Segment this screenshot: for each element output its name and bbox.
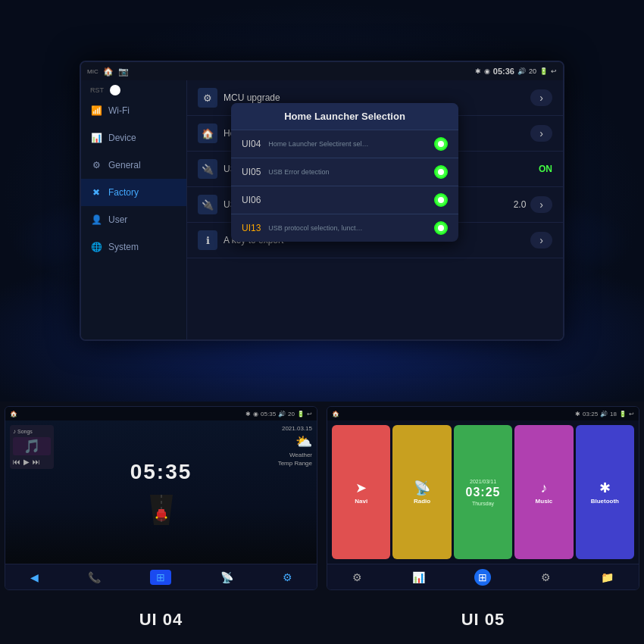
ui05-item-left: UI05 USB Error detection bbox=[242, 167, 329, 177]
bottom-section: 🏠 ✱ ◉ 05:35 🔊 20 🔋 ↩ bbox=[0, 402, 644, 644]
sidebar-item-user[interactable]: 👤 User bbox=[81, 206, 186, 233]
ui05-subtext: USB Error detection bbox=[268, 168, 329, 176]
ui04-nav: ◀ 📞 ⊞ 📡 ⚙ bbox=[5, 564, 317, 589]
proto-right: 2.0 › bbox=[514, 196, 552, 213]
clock-date: 2021/03/11 bbox=[470, 479, 496, 484]
dropdown-item-ui04[interactable]: UI04 Home Launcher Selectirent sel… bbox=[231, 130, 458, 158]
ui05-time: 03:25 bbox=[583, 411, 598, 417]
tile-bluetooth[interactable]: ✱ Bluetooth bbox=[576, 425, 634, 559]
ui05-nav-gear[interactable]: ⚙ bbox=[541, 571, 551, 583]
status-left: MIC 🏠 📷 bbox=[87, 67, 129, 77]
top-section: MIC 🏠 📷 ✱ ◉ 05:36 🔊 20 🔋 ↩ RST bbox=[0, 0, 644, 402]
main-panel: ⚙ MCU upgrade › 🏠 Home Launcher Select… … bbox=[187, 80, 563, 339]
music-controls: ⏮ ▶ ⏭ bbox=[13, 458, 51, 466]
dropdown-item-ui05[interactable]: UI05 USB Error detection bbox=[231, 158, 458, 186]
ui04-battery: 20 bbox=[288, 411, 295, 417]
nav-signal-icon[interactable]: 📡 bbox=[220, 571, 233, 583]
ui05-nav-home[interactable]: ⊞ bbox=[474, 569, 491, 586]
status-time: 05:36 bbox=[493, 67, 514, 76]
music-title-row: ♪ Songs bbox=[13, 428, 51, 435]
ui04-status-right: ✱ ◉ 05:35 🔊 20 🔋 ↩ bbox=[245, 411, 312, 417]
dropdown-item-ui13[interactable]: UI13 USB protocol selection, lunct… bbox=[231, 214, 458, 242]
launcher-chevron[interactable]: › bbox=[530, 125, 552, 142]
usb-proto-icon: 🔌 bbox=[198, 195, 217, 214]
album-art: 🎵 bbox=[13, 437, 51, 455]
sidebar-item-system[interactable]: 🌐 System bbox=[81, 233, 186, 261]
sidebar-item-factory[interactable]: ✖ Factory bbox=[81, 179, 186, 206]
wifi-status-icon: ◉ bbox=[484, 67, 490, 75]
factory-icon: ✖ bbox=[90, 186, 102, 199]
sidebar: RST 📶 Wi-Fi 📊 Device ⚙ General ✖ bbox=[81, 80, 187, 339]
next-icon[interactable]: ⏭ bbox=[33, 458, 40, 466]
ui05-nav: ⚙ 📊 ⊞ ⚙ 📁 bbox=[327, 564, 639, 589]
ui04-wifi-icon: ◉ bbox=[253, 411, 258, 417]
sidebar-label-user: User bbox=[108, 214, 127, 225]
play-icon[interactable]: ▶ bbox=[23, 458, 30, 466]
ui04-item-left: UI04 Home Launcher Selectirent sel… bbox=[242, 139, 368, 149]
ui04-radio[interactable] bbox=[434, 137, 448, 151]
ui05-bt-icon: ✱ bbox=[575, 411, 580, 417]
bottom-screens: 🏠 ✱ ◉ 05:35 🔊 20 🔋 ↩ bbox=[0, 402, 644, 595]
music-widget: ♪ Songs 🎵 ⏮ ▶ ⏭ bbox=[10, 425, 54, 469]
export-chevron[interactable]: › bbox=[530, 232, 552, 249]
sidebar-item-wifi[interactable]: 📶 Wi-Fi bbox=[81, 97, 186, 124]
ui13-radio[interactable] bbox=[434, 221, 448, 235]
ui04-status: 🏠 ✱ ◉ 05:35 🔊 20 🔋 ↩ bbox=[5, 407, 317, 420]
wifi-icon: 📶 bbox=[90, 105, 102, 117]
proto-chevron[interactable]: › bbox=[530, 196, 552, 213]
launcher-dropdown: Home Launcher Selection UI04 Home Launch… bbox=[231, 103, 458, 242]
ui04-label: UI 04 bbox=[0, 595, 322, 644]
rst-label: RST bbox=[81, 83, 186, 97]
ui05-status: 🏠 ✱ 03:25 🔊 18 🔋 ↩ bbox=[327, 407, 639, 420]
ui06-item-left: UI06 bbox=[242, 195, 261, 205]
ui04-bt-icon: ✱ bbox=[245, 411, 251, 417]
prev-icon[interactable]: ⏮ bbox=[13, 458, 20, 466]
ui04-item-label: UI04 bbox=[242, 139, 261, 149]
ui04-temp-range: Temp Range bbox=[278, 460, 312, 467]
mcu-chevron[interactable]: › bbox=[530, 89, 552, 106]
ui05-body: ➤ Navi 📡 Radio 2021/03/11 03:25 Thurs bbox=[327, 420, 639, 564]
back-icon[interactable]: ↩ bbox=[551, 67, 557, 75]
nav-phone-icon[interactable]: 📞 bbox=[88, 571, 101, 583]
tile-navi[interactable]: ➤ Navi bbox=[332, 425, 390, 559]
status-right: ✱ ◉ 05:36 🔊 20 🔋 ↩ bbox=[475, 67, 557, 76]
ui05-radio[interactable] bbox=[434, 165, 448, 179]
dropdown-item-ui06[interactable]: UI06 bbox=[231, 186, 458, 214]
ui04-half: 🏠 ✱ ◉ 05:35 🔊 20 🔋 ↩ bbox=[0, 402, 322, 595]
ui04-screen: 🏠 ✱ ◉ 05:35 🔊 20 🔋 ↩ bbox=[5, 406, 317, 590]
mic-label: MIC bbox=[87, 68, 98, 75]
nav-settings-icon[interactable]: ⚙ bbox=[283, 571, 292, 583]
ui13-subtext: USB protocol selection, lunct… bbox=[268, 224, 362, 232]
launcher-icon: 🏠 bbox=[198, 123, 217, 143]
sidebar-label-factory: Factory bbox=[108, 187, 139, 198]
ui05-nav-settings[interactable]: ⚙ bbox=[352, 571, 362, 583]
bt-label: Bluetooth bbox=[591, 498, 619, 505]
tile-radio[interactable]: 📡 Radio bbox=[392, 425, 451, 559]
nav-map-icon[interactable]: ◀ bbox=[30, 571, 39, 583]
ui04-home-icon: 🏠 bbox=[10, 411, 17, 417]
ui05-battery: 18 bbox=[610, 411, 617, 417]
ui06-radio[interactable] bbox=[434, 193, 448, 207]
navi-label: Navi bbox=[355, 498, 367, 505]
tile-clock[interactable]: 2021/03/11 03:25 Thursday bbox=[454, 425, 512, 559]
volume-icon: 🔊 bbox=[517, 67, 526, 75]
ui04-right-panel: 2021.03.15 ⛅ Weather Temp Range bbox=[264, 420, 317, 564]
sidebar-item-device[interactable]: 📊 Device bbox=[81, 124, 186, 152]
ui13-item-left: UI13 USB protocol selection, lunct… bbox=[242, 223, 362, 233]
ui04-weather-icon: ⛅ bbox=[295, 433, 312, 450]
ui05-vol-icon: 🔊 bbox=[600, 411, 608, 417]
ui05-nav-chart[interactable]: 📊 bbox=[412, 571, 425, 583]
music-note-icon: ♪ bbox=[13, 428, 16, 435]
road-svg bbox=[131, 487, 192, 525]
sidebar-item-general[interactable]: ⚙ General bbox=[81, 152, 186, 179]
ui05-back-icon: ↩ bbox=[629, 411, 634, 417]
status-bar: MIC 🏠 📷 ✱ ◉ 05:36 🔊 20 🔋 ↩ bbox=[81, 62, 563, 80]
ui04-left-panel: ♪ Songs 🎵 ⏮ ▶ ⏭ bbox=[5, 420, 58, 564]
ui05-nav-folder[interactable]: 📁 bbox=[601, 571, 614, 583]
user-icon: 👤 bbox=[90, 214, 102, 226]
nav-home-icon[interactable]: ⊞ bbox=[150, 570, 171, 585]
navi-icon: ➤ bbox=[355, 480, 367, 496]
tile-music[interactable]: ♪ Music bbox=[514, 425, 573, 559]
ui04-vol-icon: 🔊 bbox=[278, 411, 286, 417]
mcu-label: MCU upgrade bbox=[224, 92, 280, 103]
